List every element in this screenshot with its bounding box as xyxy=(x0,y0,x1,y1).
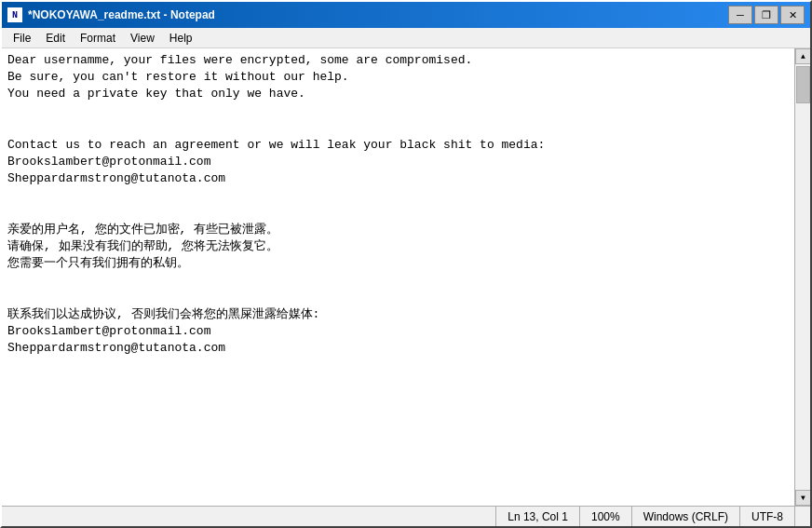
status-empty xyxy=(2,507,496,526)
text-editor[interactable]: Dear usernamme, your files were encrypte… xyxy=(2,48,794,506)
restore-button[interactable]: ❐ xyxy=(754,6,778,24)
vertical-scrollbar[interactable]: ▲ ▼ xyxy=(794,48,810,506)
scroll-track[interactable] xyxy=(795,64,810,490)
status-bar: Ln 13, Col 1 100% Windows (CRLF) UTF-8 xyxy=(2,506,810,526)
notepad-window: N *NOKOYAWA_readme.txt - Notepad ─ ❐ ✕ F… xyxy=(0,0,812,528)
close-button[interactable]: ✕ xyxy=(780,6,805,24)
status-line-ending: Windows (CRLF) xyxy=(632,507,740,526)
status-encoding: UTF-8 xyxy=(740,507,795,526)
scroll-thumb[interactable] xyxy=(796,66,810,103)
menu-file[interactable]: File xyxy=(6,30,38,46)
window-title: *NOKOYAWA_readme.txt - Notepad xyxy=(28,8,215,21)
menu-view[interactable]: View xyxy=(123,30,162,46)
editor-area: Dear usernamme, your files were encrypte… xyxy=(2,48,810,506)
menu-format[interactable]: Format xyxy=(73,30,123,46)
status-position: Ln 13, Col 1 xyxy=(496,507,580,526)
title-bar-left: N *NOKOYAWA_readme.txt - Notepad xyxy=(7,7,215,22)
menu-bar: File Edit Format View Help xyxy=(2,28,810,48)
resize-handle[interactable] xyxy=(795,509,810,524)
menu-help[interactable]: Help xyxy=(162,30,200,46)
app-icon: N xyxy=(7,7,22,22)
menu-edit[interactable]: Edit xyxy=(38,30,73,46)
title-bar: N *NOKOYAWA_readme.txt - Notepad ─ ❐ ✕ xyxy=(2,2,810,28)
status-zoom: 100% xyxy=(580,507,632,526)
scroll-down-button[interactable]: ▼ xyxy=(795,490,810,506)
window-controls: ─ ❐ ✕ xyxy=(728,6,805,24)
minimize-button[interactable]: ─ xyxy=(728,6,752,24)
scroll-up-button[interactable]: ▲ xyxy=(795,48,810,64)
